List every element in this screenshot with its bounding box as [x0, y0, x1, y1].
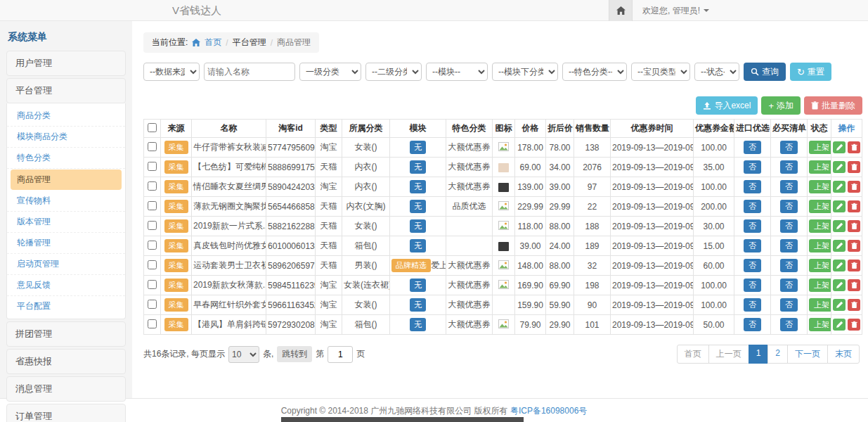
row-checkbox[interactable]	[148, 280, 157, 289]
import-toggle[interactable]: 否	[744, 318, 761, 331]
import-toggle[interactable]: 否	[744, 259, 761, 272]
row-checkbox[interactable]	[148, 319, 157, 328]
search-button[interactable]: 查询	[744, 63, 786, 81]
batch-delete-button[interactable]: 批量删除	[804, 96, 862, 115]
must-buy-toggle[interactable]: 否	[780, 141, 798, 154]
import-toggle[interactable]: 否	[744, 200, 761, 213]
sidebar-item[interactable]: 商品分类	[7, 106, 125, 127]
edit-button[interactable]	[833, 299, 846, 311]
sidebar-item[interactable]: 平台配置	[7, 296, 125, 316]
must-buy-toggle[interactable]: 否	[780, 160, 798, 174]
edit-button[interactable]	[833, 220, 846, 232]
reset-button[interactable]: ↻ 重置	[790, 63, 831, 81]
delete-button[interactable]	[848, 141, 860, 153]
icp-link[interactable]: 粤ICP备16098006号	[510, 406, 587, 416]
import-toggle[interactable]: 否	[744, 180, 761, 193]
must-buy-toggle[interactable]: 否	[780, 298, 798, 312]
must-buy-toggle[interactable]: 否	[780, 318, 798, 331]
pager-last[interactable]: 末页	[827, 345, 860, 364]
module-select[interactable]: --模块--	[426, 63, 488, 81]
sidebar-item[interactable]: 特色分类	[7, 148, 125, 169]
status-toggle[interactable]: 上架	[809, 259, 831, 272]
row-checkbox[interactable]	[148, 241, 157, 250]
user-dropdown[interactable]: 欢迎您, 管理员!	[642, 5, 709, 17]
sidebar-group[interactable]: 用户管理	[6, 51, 126, 76]
sidebar-group[interactable]: 订单管理	[6, 404, 126, 422]
sidebar-item[interactable]: 模块商品分类	[7, 127, 125, 148]
module-sub-category-select[interactable]: --模块下分类--	[492, 63, 558, 81]
status-toggle[interactable]: 上架	[809, 219, 831, 233]
delete-button[interactable]	[848, 260, 860, 271]
name-input[interactable]	[204, 63, 295, 81]
sidebar-item[interactable]: 商品管理	[11, 170, 122, 190]
delete-button[interactable]	[848, 279, 860, 291]
per-page-select[interactable]: 10	[228, 346, 259, 363]
import-excel-button[interactable]: 导入excel	[696, 96, 758, 115]
row-checkbox[interactable]	[148, 142, 157, 151]
home-button[interactable]	[609, 0, 633, 21]
status-toggle[interactable]: 上架	[809, 141, 831, 154]
pager-page-2[interactable]: 2	[767, 345, 788, 364]
level2-category-select[interactable]: --二级分类--	[365, 63, 422, 81]
sidebar-item[interactable]: 意见反馈	[7, 275, 125, 296]
edit-button[interactable]	[833, 181, 846, 193]
edit-button[interactable]	[833, 141, 846, 153]
feature-category-select[interactable]: --特色分类--	[562, 63, 627, 81]
must-buy-toggle[interactable]: 否	[780, 180, 798, 193]
edit-button[interactable]	[833, 200, 846, 212]
jump-button[interactable]: 跳转到	[277, 346, 312, 362]
sidebar-item[interactable]: 版本管理	[7, 212, 125, 233]
import-toggle[interactable]: 否	[744, 141, 761, 154]
breadcrumb-home-link[interactable]: 首页	[205, 37, 221, 49]
data-source-select[interactable]: --数据来源--	[143, 63, 200, 81]
edit-button[interactable]	[833, 319, 846, 331]
edit-button[interactable]	[833, 260, 846, 271]
sidebar-group[interactable]: 平台管理	[6, 78, 126, 103]
must-buy-toggle[interactable]: 否	[780, 219, 798, 233]
delete-button[interactable]	[848, 240, 860, 252]
sidebar-group[interactable]: 消息管理	[6, 376, 126, 402]
row-checkbox[interactable]	[148, 201, 157, 210]
import-toggle[interactable]: 否	[744, 298, 761, 312]
sidebar-group[interactable]: 省惠快报	[6, 349, 126, 374]
edit-button[interactable]	[833, 161, 846, 173]
add-button[interactable]: + 添加	[761, 96, 801, 115]
page-jump-input[interactable]	[328, 346, 353, 363]
sidebar-item[interactable]: 轮播管理	[7, 233, 125, 254]
delete-button[interactable]	[848, 299, 860, 311]
must-buy-toggle[interactable]: 否	[780, 239, 798, 252]
pager-next[interactable]: 下一页	[787, 345, 828, 364]
sidebar-group[interactable]: 拼团管理	[6, 321, 126, 347]
row-checkbox[interactable]	[148, 162, 157, 171]
sidebar-item[interactable]: 启动页管理	[7, 254, 125, 275]
delete-button[interactable]	[848, 161, 860, 173]
pager-page-1[interactable]: 1	[749, 345, 769, 364]
status-toggle[interactable]: 上架	[809, 200, 831, 213]
status-select[interactable]: --状态--	[694, 63, 739, 81]
pager-first[interactable]: 首页	[677, 345, 709, 364]
import-toggle[interactable]: 否	[744, 239, 761, 252]
delete-button[interactable]	[848, 181, 860, 193]
import-toggle[interactable]: 否	[744, 279, 761, 292]
status-toggle[interactable]: 上架	[809, 279, 831, 292]
must-buy-toggle[interactable]: 否	[780, 200, 798, 213]
import-toggle[interactable]: 否	[744, 160, 761, 174]
level1-category-select[interactable]: 一级分类	[299, 63, 361, 81]
row-checkbox[interactable]	[148, 221, 157, 230]
edit-button[interactable]	[833, 279, 846, 291]
item-type-select[interactable]: --宝贝类型--	[631, 63, 690, 81]
edit-button[interactable]	[833, 240, 846, 252]
status-toggle[interactable]: 上架	[809, 180, 831, 193]
must-buy-toggle[interactable]: 否	[780, 279, 798, 292]
status-toggle[interactable]: 上架	[809, 239, 831, 252]
sidebar-item[interactable]: 宣传物料	[7, 191, 125, 212]
select-all-checkbox[interactable]	[148, 123, 157, 132]
must-buy-toggle[interactable]: 否	[780, 259, 798, 272]
import-toggle[interactable]: 否	[744, 219, 761, 233]
row-checkbox[interactable]	[148, 181, 157, 191]
row-checkbox[interactable]	[148, 260, 157, 269]
delete-button[interactable]	[848, 200, 860, 212]
row-checkbox[interactable]	[148, 300, 157, 309]
status-toggle[interactable]: 上架	[809, 298, 831, 312]
status-toggle[interactable]: 上架	[809, 318, 831, 331]
